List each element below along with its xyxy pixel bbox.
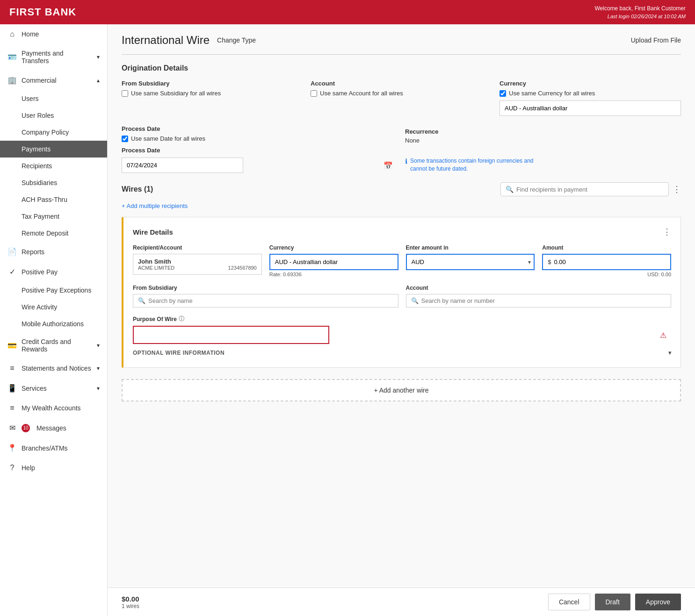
sidebar-item-services[interactable]: 📱 Services ▾ [0, 378, 107, 398]
process-date-right: Recurrence None ℹ Some transactions cont… [405, 125, 681, 173]
sidebar-item-ach[interactable]: ACH Pass-Thru [0, 191, 107, 208]
sidebar-item-tax-payment[interactable]: Tax Payment [0, 208, 107, 225]
enter-amount-select[interactable]: AUD USD [406, 254, 535, 270]
recipient-label: Recipient/Account [133, 244, 262, 251]
recurrence-label: Recurrence [405, 128, 681, 135]
sidebar-item-home[interactable]: ⌂ Home [0, 24, 107, 44]
page-title: International Wire [122, 34, 210, 47]
purpose-wire-section: Purpose Of Wire ⓘ ⚠ [133, 315, 671, 344]
search-icon: 🔍 [506, 186, 514, 193]
sidebar-item-commercial[interactable]: 🏢 Commercial ▴ [0, 70, 107, 90]
statements-icon: ≡ [7, 364, 17, 372]
footer-bar: $0.00 1 wires Cancel Draft Approve [108, 587, 695, 616]
origination-section-title: Origination Details [122, 64, 681, 72]
sidebar-item-wealth[interactable]: ≡ My Wealth Accounts [0, 398, 107, 418]
cancel-button[interactable]: Cancel [548, 594, 590, 610]
process-date-checkbox[interactable] [122, 136, 128, 142]
wire-details-title: Wire Details [133, 228, 173, 236]
amount-label: Amount [542, 244, 671, 251]
currency-checkbox-label: Use same Currency for all wires [509, 90, 595, 97]
account-label: Account [311, 80, 492, 87]
draft-button[interactable]: Draft [595, 594, 630, 610]
wire-card: Wire Details ⋮ Recipient/Account John Sm… [122, 217, 681, 368]
change-type-link[interactable]: Change Type [217, 36, 256, 44]
sidebar-item-credit-cards[interactable]: 💳 Credit Cards and Rewards ▾ [0, 332, 107, 358]
wire-more-options-icon[interactable]: ⋮ [663, 227, 671, 237]
sidebar: ⌂ Home 🪪 Payments and Transfers ▾ 🏢 Comm… [0, 24, 108, 616]
currency-checkbox-row: Use same Currency for all wires [500, 90, 681, 97]
sidebar-item-help[interactable]: ? Help [0, 458, 107, 478]
wire-grid: Recipient/Account John Smith ACME LIMITE… [133, 244, 671, 277]
amount-input[interactable] [554, 255, 670, 269]
amount-col: Amount $ USD: 0.00 [542, 244, 671, 277]
wire-currency-col: Currency Rate: 0.69336 [269, 244, 398, 277]
search-icon: 🔍 [411, 297, 419, 304]
footer-total: $0.00 [122, 595, 139, 603]
calendar-icon[interactable]: 📅 [384, 161, 393, 170]
from-subsidiary-input[interactable] [148, 297, 393, 304]
sidebar-item-payments[interactable]: Payments [0, 141, 107, 158]
sidebar-item-positive-pay[interactable]: ✓ Positive Pay [0, 262, 107, 282]
account-input[interactable] [421, 297, 666, 304]
sidebar-item-remote-deposit[interactable]: Remote Deposit [0, 225, 107, 242]
chevron-down-icon: ▾ [97, 54, 100, 60]
sidebar-item-company-policy[interactable]: Company Policy [0, 124, 107, 141]
purpose-input[interactable] [133, 326, 329, 344]
recipient-name: John Smith [138, 258, 257, 265]
process-date-checkbox-row: Use same Date for all wires [122, 135, 398, 142]
sidebar-item-statements[interactable]: ≡ Statements and Notices ▾ [0, 358, 107, 378]
page-header: International Wire Change Type Upload Fr… [122, 34, 681, 47]
more-options-icon[interactable]: ⋮ [673, 184, 681, 194]
sidebar-item-branches[interactable]: 📍 Branches/ATMs [0, 438, 107, 458]
payments-icon: 🪪 [7, 53, 17, 62]
account-col: Account Use same Account for all wires [311, 80, 492, 116]
from-subsidiary-checkbox-label: Use same Subsidiary for all wires [131, 90, 221, 97]
optional-wire-section[interactable]: OPTIONAL WIRE INFORMATION ▾ [133, 344, 671, 358]
credit-cards-icon: 💳 [7, 341, 17, 350]
recurrence-value: None [405, 137, 681, 144]
process-date-input-wrap: 📅 [122, 158, 398, 173]
recipient-detail: ACME LIMITED 1234567890 [138, 265, 257, 271]
account-checkbox-label: Use same Account for all wires [320, 90, 403, 97]
chevron-down-icon: ▾ [97, 342, 100, 349]
sidebar-item-reports[interactable]: 📄 Reports [0, 242, 107, 262]
info-icon: ℹ [405, 157, 407, 166]
wire-currency-input[interactable] [269, 254, 398, 270]
wires-title: Wires (1) [122, 185, 153, 193]
chevron-down-icon: ▾ [97, 365, 100, 372]
sidebar-item-subsidiaries[interactable]: Subsidiaries [0, 174, 107, 191]
account-checkbox[interactable] [311, 90, 317, 97]
wires-search-box: 🔍 [500, 182, 669, 196]
sidebar-item-users[interactable]: Users [0, 90, 107, 107]
purpose-input-wrap: ⚠ [133, 326, 671, 344]
approve-button[interactable]: Approve [635, 594, 681, 610]
process-date-input[interactable] [122, 158, 243, 173]
sidebar-item-messages[interactable]: ✉ 10 Messages [0, 418, 107, 438]
messages-icon: ✉ [7, 423, 17, 432]
add-wire-button[interactable]: + Add another wire [122, 379, 681, 401]
sidebar-item-mobile-auth[interactable]: Mobile Authorizations [0, 315, 107, 332]
currency-checkbox[interactable] [500, 90, 506, 97]
currency-value-input[interactable] [500, 100, 681, 116]
currency-rate: Rate: 0.69336 [269, 272, 398, 277]
branches-icon: 📍 [7, 444, 17, 452]
from-subsidiary-checkbox[interactable] [122, 90, 128, 97]
add-multiple-link[interactable]: + Add multiple recipients [122, 202, 188, 209]
wire-currency-label: Currency [269, 244, 398, 251]
footer-actions: Cancel Draft Approve [548, 594, 681, 610]
sidebar-item-positive-pay-exceptions[interactable]: Positive Pay Exceptions [0, 282, 107, 299]
main-content: International Wire Change Type Upload Fr… [108, 24, 695, 616]
purpose-wire-label: Purpose Of Wire ⓘ [133, 315, 671, 323]
sidebar-item-user-roles[interactable]: User Roles [0, 107, 107, 124]
wires-search-input[interactable] [516, 186, 664, 193]
services-icon: 📱 [7, 384, 17, 393]
from-subsidiary-search-wrap: 🔍 [133, 294, 398, 308]
welcome-text: Welcome back, First Bank Customer Last l… [594, 4, 686, 21]
wires-search-wrap: 🔍 ⋮ [500, 182, 681, 196]
sidebar-item-recipients[interactable]: Recipients [0, 158, 107, 174]
sidebar-item-wire-activity[interactable]: Wire Activity [0, 299, 107, 315]
reports-icon: 📄 [7, 247, 17, 256]
sidebar-item-payments-transfers[interactable]: 🪪 Payments and Transfers ▾ [0, 44, 107, 70]
upload-from-file-link[interactable]: Upload From File [631, 36, 681, 44]
wire-account-label: Account [406, 285, 672, 291]
